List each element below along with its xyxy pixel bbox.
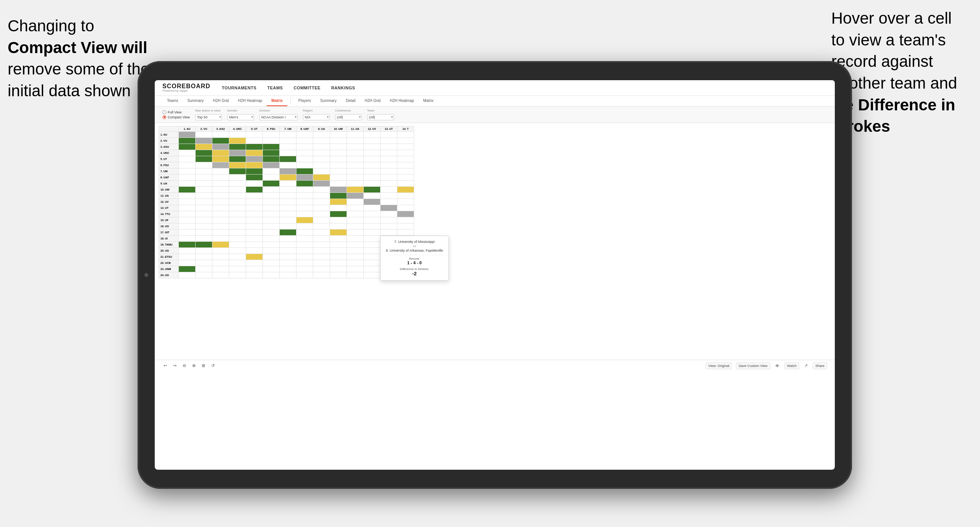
matrix-cell[interactable] [313, 248, 330, 254]
zoom-in-icon[interactable]: ⊕ [191, 362, 197, 369]
matrix-cell[interactable] [313, 132, 330, 138]
matrix-cell[interactable] [330, 211, 347, 217]
matrix-cell[interactable] [246, 168, 263, 175]
matrix-cell[interactable] [381, 175, 397, 181]
matrix-cell[interactable] [229, 181, 246, 187]
matrix-cell[interactable] [263, 199, 280, 205]
nav-committee[interactable]: COMMITTEE [293, 86, 321, 90]
matrix-cell[interactable] [347, 211, 364, 217]
matrix-cell[interactable] [381, 156, 397, 162]
matrix-cell[interactable] [229, 175, 246, 181]
matrix-cell[interactable] [364, 236, 381, 242]
matrix-cell[interactable] [229, 266, 246, 272]
matrix-cell[interactable] [330, 144, 347, 150]
matrix-cell[interactable] [347, 162, 364, 168]
matrix-cell[interactable] [246, 260, 263, 266]
matrix-cell[interactable] [196, 193, 212, 199]
matrix-cell[interactable] [296, 236, 313, 242]
matrix-cell[interactable] [179, 162, 196, 168]
matrix-cell[interactable] [397, 199, 414, 205]
matrix-cell[interactable] [263, 162, 280, 168]
sub-nav-h2h-grid[interactable]: H2H Grid [208, 96, 233, 106]
sub-nav-players[interactable]: Players [294, 96, 316, 106]
matrix-cell[interactable] [229, 223, 246, 230]
matrix-cell[interactable] [263, 144, 280, 150]
matrix-cell[interactable] [229, 199, 246, 205]
matrix-cell[interactable] [263, 168, 280, 175]
matrix-cell[interactable] [196, 217, 212, 223]
matrix-cell[interactable] [313, 187, 330, 193]
matrix-cell[interactable] [179, 187, 196, 193]
matrix-cell[interactable] [280, 187, 296, 193]
matrix-cell[interactable] [397, 132, 414, 138]
matrix-cell[interactable] [397, 211, 414, 217]
matrix-cell[interactable] [364, 205, 381, 211]
matrix-cell[interactable] [313, 205, 330, 211]
matrix-cell[interactable] [246, 223, 263, 230]
matrix-cell[interactable] [397, 181, 414, 187]
matrix-cell[interactable] [347, 272, 364, 278]
matrix-cell[interactable] [397, 175, 414, 181]
matrix-cell[interactable] [296, 181, 313, 187]
matrix-cell[interactable] [296, 187, 313, 193]
matrix-cell[interactable] [397, 223, 414, 230]
matrix-cell[interactable] [347, 138, 364, 144]
matrix-cell[interactable] [212, 181, 229, 187]
matrix-cell[interactable] [397, 168, 414, 175]
matrix-cell[interactable] [381, 150, 397, 156]
matrix-cell[interactable] [397, 156, 414, 162]
matrix-cell[interactable] [263, 193, 280, 199]
matrix-cell[interactable] [212, 223, 229, 230]
watch-icon[interactable]: 👁 [774, 362, 781, 369]
matrix-cell[interactable] [212, 175, 229, 181]
matrix-cell[interactable] [330, 168, 347, 175]
matrix-cell[interactable] [229, 138, 246, 144]
matrix-cell[interactable] [330, 132, 347, 138]
matrix-cell[interactable] [381, 199, 397, 205]
matrix-cell[interactable] [280, 199, 296, 205]
sub-nav-summary[interactable]: Summary [183, 96, 208, 106]
matrix-cell[interactable] [280, 260, 296, 266]
matrix-cell[interactable] [280, 248, 296, 254]
matrix-cell[interactable] [280, 272, 296, 278]
matrix-cell[interactable] [212, 266, 229, 272]
matrix-cell[interactable] [246, 199, 263, 205]
matrix-cell[interactable] [313, 242, 330, 248]
matrix-cell[interactable] [347, 260, 364, 266]
matrix-cell[interactable] [246, 162, 263, 168]
matrix-cell[interactable] [364, 132, 381, 138]
sub-nav-players-detail[interactable]: Detail [341, 96, 360, 106]
matrix-cell[interactable] [229, 248, 246, 254]
matrix-cell[interactable] [364, 187, 381, 193]
matrix-cell[interactable] [229, 162, 246, 168]
matrix-cell[interactable] [381, 217, 397, 223]
matrix-cell[interactable] [330, 138, 347, 144]
matrix-cell[interactable] [263, 205, 280, 211]
radio-full-view[interactable]: Full View [162, 110, 190, 114]
matrix-cell[interactable] [397, 217, 414, 223]
matrix-cell[interactable] [179, 175, 196, 181]
sub-nav-h2h-heatmap[interactable]: H2H Heatmap [233, 96, 267, 106]
matrix-cell[interactable] [212, 156, 229, 162]
matrix-cell[interactable] [313, 266, 330, 272]
region-select[interactable]: N/A N/A [303, 114, 330, 120]
matrix-cell[interactable] [280, 132, 296, 138]
matrix-cell[interactable] [179, 211, 196, 217]
matrix-cell[interactable] [330, 223, 347, 230]
matrix-cell[interactable] [179, 138, 196, 144]
matrix-cell[interactable] [296, 144, 313, 150]
matrix-cell[interactable] [347, 181, 364, 187]
matrix-cell[interactable] [313, 230, 330, 236]
matrix-cell[interactable] [179, 150, 196, 156]
matrix-cell[interactable] [364, 254, 381, 260]
matrix-cell[interactable] [313, 175, 330, 181]
matrix-cell[interactable] [179, 168, 196, 175]
matrix-cell[interactable] [296, 266, 313, 272]
matrix-cell[interactable] [246, 181, 263, 187]
matrix-cell[interactable] [397, 230, 414, 236]
matrix-cell[interactable] [179, 217, 196, 223]
nav-rankings[interactable]: RANKINGS [331, 86, 355, 90]
matrix-cell[interactable] [212, 248, 229, 254]
matrix-cell[interactable] [280, 266, 296, 272]
matrix-cell[interactable] [313, 254, 330, 260]
